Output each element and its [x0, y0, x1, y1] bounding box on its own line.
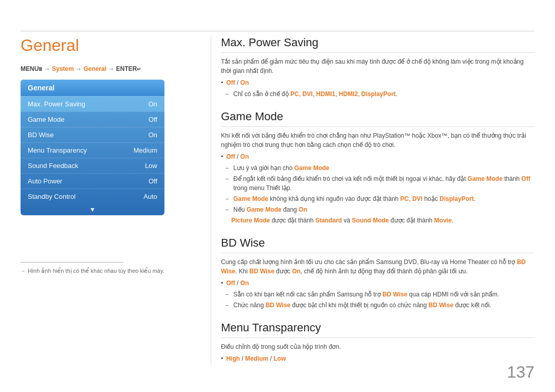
bd-wise-options: Off / On [226, 278, 249, 288]
game-mode-note3: － Game Mode không khả dụng khi nguồn vào… [221, 194, 534, 203]
menu-transparency-bullet: • High / Medium / Low [221, 354, 534, 363]
section-game-mode: Game Mode Khi kết nối với bảng điều khiể… [221, 110, 534, 225]
section-body-bd-wise: Cung cấp chất lượng hình ảnh tối ưu cho … [221, 257, 534, 310]
bd-wise-desc: Cung cấp chất lượng hình ảnh tối ưu cho … [221, 257, 534, 276]
menu-item-standby-control[interactable]: Standby Control Auto [21, 189, 164, 204]
game-mode-note5: Picture Mode được đặt thành Standard và … [221, 216, 534, 225]
menu-box: General Max. Power Saving On Game Mode O… [21, 80, 164, 215]
dash-mark-g1: － [224, 163, 230, 173]
menu-item-max-power-saving[interactable]: Max. Power Saving On [21, 96, 164, 111]
menu-value-sound-feedback: Low [145, 162, 157, 170]
max-power-saving-note-text: Chỉ có sẵn ở chế độ PC, DVI, HDMI1, HDMI… [233, 89, 397, 99]
menu-value-max-power-saving: On [149, 100, 157, 108]
menu-label-auto-power: Auto Power [28, 177, 62, 185]
page-title: General [21, 36, 206, 55]
section-bd-wise: BD Wise Cung cấp chất lượng hình ảnh tối… [221, 236, 534, 310]
game-mode-note1-text: Lưu ý và giới hạn cho Game Mode [233, 163, 329, 173]
section-menu-transparency: Menu Transparency Điều chỉnh độ trong su… [221, 321, 534, 363]
menu-transparency-desc: Điều chỉnh độ trong suốt của hộp trình đ… [221, 342, 534, 351]
game-mode-note2: － Để ngắt kết nối bảng điều khiển trò ch… [221, 174, 534, 193]
menu-path-text: MENUⅢ → System → General → ENTER↵ [21, 65, 141, 72]
bd-wise-bullet: • Off / On [221, 278, 534, 288]
bullet-dot-bd: • [221, 278, 223, 288]
game-mode-desc: Khi kết nối với bảng điều khiển trò chơi… [221, 131, 534, 150]
game-mode-note4-text: Nếu Game Mode đang On [233, 205, 307, 214]
bd-wise-note1-text: Sẵn có khi bạn kết nối các sản phẩm Sams… [233, 290, 499, 299]
menu-path: MENUⅢ → System → General → ENTER↵ [21, 65, 206, 72]
bd-wise-note1: － Sẵn có khi bạn kết nối các sản phẩm Sa… [221, 290, 534, 299]
dash-mark-g2: － [224, 174, 230, 183]
menu-item-game-mode[interactable]: Game Mode Off [21, 111, 164, 127]
menu-label-game-mode: Game Mode [28, 116, 65, 123]
menu-label-sound-feedback: Sound Feedback [28, 162, 78, 170]
game-mode-note4: － Nếu Game Mode đang On [221, 205, 534, 214]
max-power-saving-options: Off / On [226, 78, 249, 87]
menu-value-bd-wise: On [149, 131, 157, 139]
menu-label-bd-wise: BD Wise [28, 131, 54, 139]
section-title-game-mode: Game Mode [221, 110, 534, 127]
menu-label-menu-transparency: Menu Transparency [28, 146, 87, 154]
dash-mark-bd1: － [224, 290, 230, 299]
section-title-bd-wise: BD Wise [221, 236, 534, 253]
section-max-power-saving: Max. Power Saving Tắt sản phẩm để giảm m… [221, 36, 534, 99]
page-number: 137 [507, 363, 534, 382]
top-divider [21, 31, 534, 31]
max-power-saving-note: － Chỉ có sẵn ở chế độ PC, DVI, HDMI1, HD… [221, 89, 534, 99]
vertical-divider [211, 36, 211, 365]
bullet-dot-game: • [221, 152, 223, 161]
max-power-saving-bullet: • Off / On [221, 78, 534, 87]
menu-value-standby-control: Auto [143, 193, 157, 200]
section-body-menu-transparency: Điều chỉnh độ trong suốt của hộp trình đ… [221, 342, 534, 363]
left-panel: General MENUⅢ → System → General → ENTER… [21, 36, 206, 215]
bd-wise-note2-text: Chức năng BD Wise được bật chỉ khi một t… [233, 301, 491, 310]
dash-mark-g4: － [224, 205, 230, 214]
menu-header: General [21, 80, 164, 96]
bd-wise-note2: － Chức năng BD Wise được bật chỉ khi một… [221, 301, 534, 310]
game-mode-options: Off / On [226, 152, 249, 161]
game-mode-bullet: • Off / On [221, 152, 534, 161]
menu-item-sound-feedback[interactable]: Sound Feedback Low [21, 158, 164, 173]
menu-item-auto-power[interactable]: Auto Power Off [21, 173, 164, 189]
game-mode-note1: － Lưu ý và giới hạn cho Game Mode [221, 163, 534, 173]
game-mode-note2-text: Để ngắt kết nối bảng điều khiển trò chơi… [233, 174, 534, 193]
menu-value-game-mode: Off [149, 116, 157, 123]
footnote-text: － Hình ảnh hiển thị có thể khác nhau tùy… [21, 267, 164, 275]
bullet-dot: • [221, 78, 223, 87]
max-power-saving-desc: Tắt sản phẩm để giảm mức tiêu thụ điện s… [221, 57, 534, 76]
game-mode-note5-text: Picture Mode được đặt thành Standard và … [231, 217, 453, 224]
section-body-max-power-saving: Tắt sản phẩm để giảm mức tiêu thụ điện s… [221, 57, 534, 99]
section-body-game-mode: Khi kết nối với bảng điều khiển trò chơi… [221, 131, 534, 225]
menu-value-menu-transparency: Medium [134, 146, 157, 154]
section-title-max-power-saving: Max. Power Saving [221, 36, 534, 53]
dash-mark-bd2: － [224, 301, 230, 310]
menu-transparency-options: High / Medium / Low [226, 354, 286, 363]
right-panel: Max. Power Saving Tắt sản phẩm để giảm m… [221, 36, 534, 375]
menu-item-bd-wise[interactable]: BD Wise On [21, 127, 164, 142]
menu-scroll-arrow: ▼ [21, 204, 164, 215]
game-mode-note3-text: Game Mode không khả dụng khi nguồn vào đ… [233, 194, 475, 203]
section-title-menu-transparency: Menu Transparency [221, 321, 534, 338]
menu-value-auto-power: Off [149, 177, 157, 185]
dash-mark-g3: － [224, 194, 230, 203]
menu-label-standby-control: Standby Control [28, 193, 76, 200]
bullet-dot-mt: • [221, 354, 223, 363]
menu-item-menu-transparency[interactable]: Menu Transparency Medium [21, 142, 164, 158]
menu-label-max-power-saving: Max. Power Saving [28, 100, 85, 108]
dash-mark: － [224, 89, 230, 99]
menu-footnote-divider [21, 262, 123, 263]
